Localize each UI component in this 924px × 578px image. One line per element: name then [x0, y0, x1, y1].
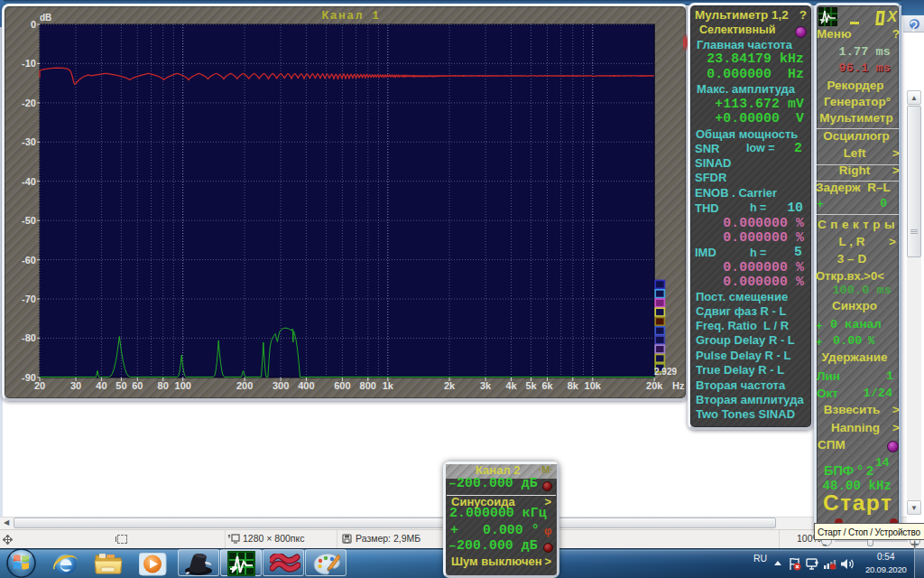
- svg-text:-50: -50: [22, 215, 36, 226]
- svg-text:-20: -20: [22, 98, 36, 108]
- svg-text:4k: 4k: [505, 380, 517, 391]
- svg-text:600: 600: [334, 380, 350, 391]
- svg-text:800: 800: [360, 380, 376, 391]
- svg-text:2.929: 2.929: [654, 367, 677, 377]
- svg-text:10k: 10k: [585, 380, 602, 391]
- svg-text:-90: -90: [22, 372, 36, 383]
- svg-text:Канал 1: Канал 1: [321, 9, 380, 23]
- svg-text:80: 80: [158, 380, 169, 391]
- svg-text:5k: 5k: [525, 380, 537, 391]
- svg-text:50: 50: [116, 380, 126, 391]
- svg-text:400: 400: [298, 380, 314, 391]
- svg-text:300: 300: [273, 380, 289, 391]
- svg-text:Hz: Hz: [672, 380, 685, 391]
- svg-text:40: 40: [96, 380, 106, 391]
- svg-text:60: 60: [132, 380, 143, 391]
- svg-text:0: 0: [31, 19, 36, 30]
- svg-text:8k: 8k: [568, 380, 579, 391]
- svg-text:-10: -10: [22, 58, 36, 69]
- svg-text:-60: -60: [22, 255, 36, 266]
- svg-text:6k: 6k: [541, 380, 553, 391]
- svg-text:dB: dB: [40, 13, 51, 23]
- svg-text:1k: 1k: [383, 380, 394, 391]
- svg-text:100: 100: [175, 380, 191, 391]
- svg-text:2k: 2k: [444, 380, 456, 391]
- svg-text:-30: -30: [22, 136, 36, 147]
- svg-text:20k: 20k: [646, 380, 663, 391]
- svg-text:200: 200: [236, 380, 253, 391]
- svg-text:30: 30: [70, 380, 81, 391]
- svg-text:-40: -40: [22, 176, 36, 187]
- svg-text:-70: -70: [22, 294, 36, 304]
- svg-text:-80: -80: [22, 332, 36, 343]
- svg-text:3k: 3k: [480, 380, 492, 391]
